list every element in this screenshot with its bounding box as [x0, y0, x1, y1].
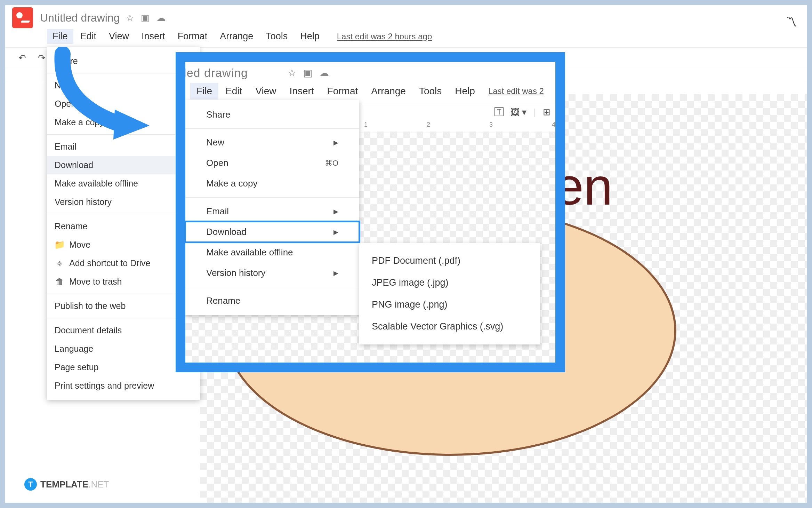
zoom-menu-tools[interactable]: Tools [413, 83, 448, 100]
watermark-text: TEMPLATE.NET [40, 479, 109, 490]
menu-help[interactable]: Help [295, 29, 325, 44]
star-icon[interactable]: ☆ [126, 13, 134, 23]
image-icon[interactable]: 🖼 ▾ [510, 107, 526, 118]
textbox-icon[interactable]: 🅃 [495, 107, 504, 118]
cloud-status-icon[interactable]: ☁ [319, 67, 329, 79]
app-logo-icon[interactable] [12, 7, 33, 28]
shortcut-icon: ⎆ [55, 258, 64, 268]
download-png[interactable]: PNG image (.png) [359, 294, 540, 316]
comment-icon[interactable]: ⊞ [543, 107, 550, 118]
zfile-version-history[interactable]: Version history▶ [185, 263, 359, 283]
title-bar: Untitled drawing ☆ ▣ ☁ 〽 [5, 5, 807, 26]
menu-arrange[interactable]: Arrange [214, 29, 259, 44]
menu-format[interactable]: Format [172, 29, 213, 44]
zoom-doc-title[interactable]: Untitled drawing [185, 66, 248, 80]
move-folder-icon[interactable]: ▣ [141, 13, 150, 23]
trash-icon: 🗑 [55, 277, 64, 287]
ruler-mark: 2 [427, 121, 430, 133]
zoom-title-bar: Untitled drawing ☆ ▣ ☁ [185, 62, 555, 81]
zfile-share[interactable]: Share [185, 104, 359, 125]
move-folder-icon[interactable]: ▣ [303, 67, 312, 79]
zoom-menu-help[interactable]: Help [449, 83, 481, 100]
title-icons: ☆ ▣ ☁ [126, 13, 166, 23]
download-pdf[interactable]: PDF Document (.pdf) [359, 250, 540, 272]
zoom-file-menu: Share New▶ Open⌘O Make a copy Email▶ Dow… [185, 100, 359, 315]
zoom-menu-insert[interactable]: Insert [283, 83, 320, 100]
zfile-open[interactable]: Open⌘O [185, 153, 359, 173]
zoom-callout-panel: Untitled drawing ☆ ▣ ☁ File Edit View In… [176, 52, 565, 372]
zoom-inner: Untitled drawing ☆ ▣ ☁ File Edit View In… [185, 62, 555, 363]
menu-file[interactable]: File [47, 29, 73, 44]
callout-arrow-icon [49, 47, 160, 144]
app-window: Untitled drawing ☆ ▣ ☁ 〽 File Edit View … [5, 5, 807, 503]
menu-bar: File Edit View Insert Format Arrange Too… [5, 26, 807, 47]
undo-icon[interactable]: ↶ [16, 53, 29, 63]
zfile-download[interactable]: Download▶ [185, 222, 359, 242]
folder-icon: 📁 [55, 240, 64, 250]
menu-view[interactable]: View [103, 29, 135, 44]
svg-marker-0 [113, 110, 150, 140]
ruler-mark: 1 [364, 121, 368, 133]
zoom-menu-edit[interactable]: Edit [219, 83, 248, 100]
download-submenu: PDF Document (.pdf) JPEG image (.jpg) PN… [359, 243, 540, 344]
zoom-menu-file[interactable]: File [190, 83, 218, 100]
zfile-new[interactable]: New▶ [185, 132, 359, 153]
zoom-menu-bar: File Edit View Insert Format Arrange Too… [185, 81, 555, 103]
menu-tools[interactable]: Tools [260, 29, 293, 44]
watermark: T TEMPLATE.NET [24, 478, 109, 491]
menu-insert[interactable]: Insert [136, 29, 171, 44]
last-edit-link[interactable]: Last edit was 2 hours ago [337, 32, 432, 41]
zfile-offline[interactable]: Make available offline [185, 242, 359, 263]
file-menu-print-preview[interactable]: Print settings and preview [47, 376, 200, 395]
zoom-menu-view[interactable]: View [249, 83, 282, 100]
activity-icon[interactable]: 〽 [786, 16, 797, 29]
watermark-badge-icon: T [24, 478, 37, 491]
ruler-mark: 4 [552, 121, 555, 133]
ruler-mark: 3 [489, 121, 493, 133]
zoom-menu-arrange[interactable]: Arrange [365, 83, 412, 100]
document-title[interactable]: Untitled drawing [40, 11, 120, 24]
cloud-status-icon[interactable]: ☁ [156, 13, 166, 23]
zfile-email[interactable]: Email▶ [185, 201, 359, 222]
zoom-last-edit-link[interactable]: Last edit was 2 [488, 86, 544, 96]
download-jpg[interactable]: JPEG image (.jpg) [359, 272, 540, 294]
zfile-make-copy[interactable]: Make a copy [185, 173, 359, 194]
redo-icon[interactable]: ↷ [35, 53, 48, 63]
download-svg[interactable]: Scalable Vector Graphics (.svg) [359, 316, 540, 338]
zfile-rename[interactable]: Rename [185, 291, 359, 311]
zoom-menu-format[interactable]: Format [321, 83, 364, 100]
menu-edit[interactable]: Edit [75, 29, 102, 44]
star-icon[interactable]: ☆ [288, 67, 296, 79]
